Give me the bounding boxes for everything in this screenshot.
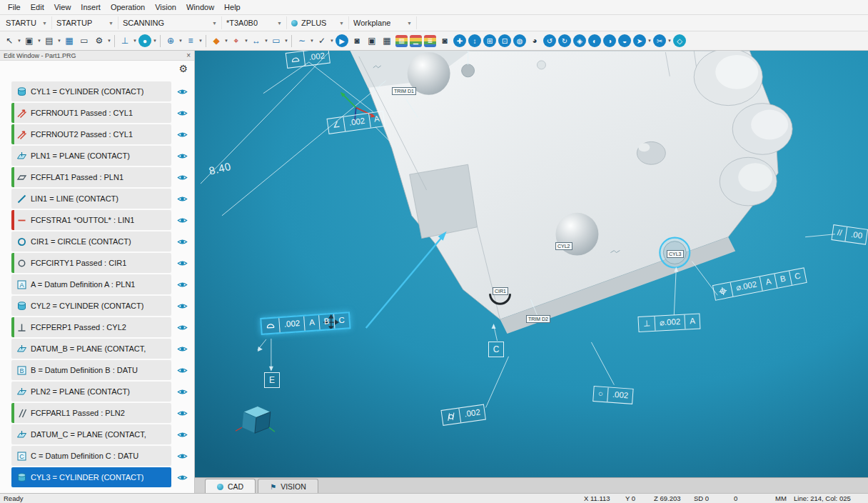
feature-command[interactable]: PLN2 = PLANE (CONTACT) — [11, 382, 171, 402]
workplane-icon[interactable]: ● — [138, 34, 151, 47]
view-front-icon[interactable]: ◐ — [588, 34, 601, 47]
feature-command[interactable]: CYL1 = CYLINDER (CONTACT) — [11, 81, 171, 101]
visibility-eye-icon[interactable] — [177, 151, 188, 161]
rotate-cw-icon[interactable]: ↻ — [558, 34, 571, 47]
view-top-icon[interactable]: ◒ — [618, 34, 631, 47]
tab-vision[interactable]: ⚑VISION — [258, 479, 318, 494]
chevron-down-icon[interactable]: ▼ — [224, 39, 228, 43]
circularity-fcf[interactable]: ○.002 — [592, 386, 634, 404]
visibility-eye-icon[interactable] — [177, 279, 188, 290]
report-window-icon[interactable]: ▣ — [22, 34, 36, 48]
chevron-down-icon[interactable]: ▼ — [133, 39, 137, 43]
histogram-icon[interactable]: ▁ — [410, 35, 422, 47]
visibility-eye-icon[interactable] — [177, 472, 188, 483]
feature-command[interactable]: CC = Datum Definition C : DATU — [11, 446, 171, 466]
visibility-eye-icon[interactable] — [177, 365, 188, 376]
visibility-eye-icon[interactable] — [177, 86, 188, 97]
feature-command[interactable]: FCFRNOUT2 Passed : CYL1 — [11, 124, 171, 144]
cad-viewport[interactable]: .002∠.002A.002ABC.002○.002⌀.002ABC⊥⌀.002… — [195, 51, 868, 477]
menu-item-insert[interactable]: Insert — [76, 3, 106, 11]
visibility-eye-icon[interactable] — [177, 408, 188, 419]
zoom-in-icon[interactable]: ✚ — [453, 34, 466, 47]
feature-list-icon[interactable]: ≡ — [183, 34, 198, 48]
visibility-eye-icon[interactable] — [177, 301, 188, 312]
view-iso-icon[interactable]: ◈ — [573, 34, 586, 47]
feature-command[interactable]: FCFPARL1 Passed : PLN2 — [11, 403, 171, 423]
part-label[interactable]: TRIM D1 — [392, 87, 416, 95]
view-side-icon[interactable]: ◑ — [603, 34, 616, 47]
menu-item-file[interactable]: File — [3, 3, 26, 11]
feature-command[interactable]: FCFFLAT1 Passed : PLN1 — [11, 167, 171, 187]
feature-command[interactable]: FCFPERP1 Passed : CYL2 — [11, 317, 171, 337]
globe-view-icon[interactable]: ◍ — [513, 34, 526, 47]
feature-command[interactable]: FCFRNOUT1 Passed : CYL1 — [11, 103, 171, 123]
alignment-icon[interactable]: ⊥ — [118, 34, 132, 48]
chevron-down-icon[interactable]: ▼ — [667, 39, 672, 43]
probe-mode-icon[interactable]: ⊕ — [163, 34, 178, 48]
color-map-icon[interactable]: ▥ — [395, 35, 408, 47]
menu-item-operation[interactable]: Operation — [106, 3, 150, 11]
constructed-feature-icon[interactable]: ▭ — [269, 34, 283, 48]
cad-polygon-icon[interactable]: ◇ — [673, 34, 686, 47]
comment-icon[interactable]: ▭ — [77, 34, 91, 48]
dropdown-workplane[interactable]: Workplane▼ — [349, 16, 417, 29]
visibility-eye-icon[interactable] — [177, 108, 188, 119]
visibility-eye-icon[interactable] — [177, 322, 188, 333]
menu-item-help[interactable]: Help — [219, 3, 246, 11]
gear-icon[interactable]: ⚙ — [178, 63, 188, 74]
chevron-down-icon[interactable]: ▼ — [107, 39, 111, 43]
dropdown-scanning[interactable]: SCANNING▼ — [118, 16, 222, 29]
gage-icon[interactable]: ◆ — [209, 34, 223, 48]
visibility-eye-icon[interactable] — [177, 215, 188, 226]
shaded-sphere-icon[interactable]: ◕ — [528, 34, 542, 48]
illumination-icon[interactable]: ≣ — [424, 35, 436, 47]
tab-cad[interactable]: CAD — [205, 479, 256, 494]
ico-window-icon[interactable]: ▣ — [365, 34, 379, 48]
select-arrow-icon[interactable]: ➤ — [633, 34, 646, 47]
scan-path-icon[interactable]: ∼ — [295, 34, 309, 48]
edit-window-icon[interactable]: ↖ — [2, 34, 16, 48]
pan-view-icon[interactable]: ↕ — [468, 34, 481, 47]
part-label[interactable]: CYL2 — [555, 242, 572, 250]
execute-check-icon[interactable]: ✓ — [315, 34, 329, 48]
visibility-eye-icon[interactable] — [177, 258, 188, 269]
chevron-down-icon[interactable]: ▼ — [198, 39, 203, 43]
run-program-icon[interactable]: ▶ — [335, 34, 348, 47]
feature-command[interactable]: FCFCIRTY1 Passed : CIR1 — [11, 253, 171, 273]
chevron-down-icon[interactable]: ▼ — [264, 39, 268, 43]
feature-command[interactable]: PLN1 = PLANE (CONTACT) — [11, 146, 171, 166]
menu-item-edit[interactable]: Edit — [26, 3, 49, 11]
chevron-down-icon[interactable]: ▼ — [153, 39, 157, 43]
trim-cad-icon[interactable]: ✂ — [653, 34, 666, 47]
feature-command[interactable]: CYL2 = CYLINDER (CONTACT) — [11, 296, 171, 316]
dropdown-t3a0b0[interactable]: *T3A0B0▼ — [222, 16, 287, 29]
dimension-icon[interactable]: ↔ — [249, 34, 263, 48]
machine-interface-icon[interactable]: ▤ — [42, 34, 56, 48]
chevron-down-icon[interactable]: ▼ — [17, 39, 21, 43]
perpendicularity-fcf[interactable]: ⊥⌀.002A — [637, 313, 700, 332]
probe-utilities-icon[interactable]: ⚙ — [92, 34, 106, 48]
chevron-down-icon[interactable]: ▼ — [284, 39, 288, 43]
close-icon[interactable]: × — [186, 51, 191, 59]
visibility-eye-icon[interactable] — [177, 129, 188, 140]
graphic-display-icon[interactable]: ▦ — [62, 34, 76, 48]
snapshot-icon[interactable]: ◙ — [438, 34, 452, 48]
feature-command[interactable]: CIR1 = CIRCLE (CONTACT) — [11, 231, 171, 252]
feature-command[interactable]: CYL3 = CYLINDER (CONTACT) — [11, 467, 171, 487]
dropdown-startup[interactable]: STARTUP▼ — [52, 16, 118, 29]
feature-command[interactable]: LIN1 = LINE (CONTACT) — [11, 189, 171, 209]
chevron-down-icon[interactable]: ▼ — [330, 39, 334, 43]
menu-item-vision[interactable]: Vision — [150, 3, 181, 11]
dropdown-startup[interactable]: STARTUP▼ — [1, 16, 52, 29]
feature-command[interactable]: DATUM_B = PLANE (CONTACT, — [11, 339, 171, 359]
chevron-down-icon[interactable]: ▼ — [57, 39, 61, 43]
menu-item-window[interactable]: Window — [181, 3, 219, 11]
chevron-down-icon[interactable]: ▼ — [178, 39, 183, 43]
feature-command[interactable]: DATUM_C = PLANE (CONTACT, — [11, 424, 171, 444]
image-window-icon[interactable]: ▦ — [380, 34, 394, 48]
zoom-fit-icon[interactable]: ⊞ — [483, 34, 496, 47]
auto-feature-icon[interactable]: ⌖ — [229, 34, 243, 48]
dropdown-zplus[interactable]: ZPLUS▼ — [287, 16, 349, 29]
chevron-down-icon[interactable]: ▼ — [310, 39, 314, 43]
datum-flag-c[interactable]: C — [488, 342, 504, 357]
